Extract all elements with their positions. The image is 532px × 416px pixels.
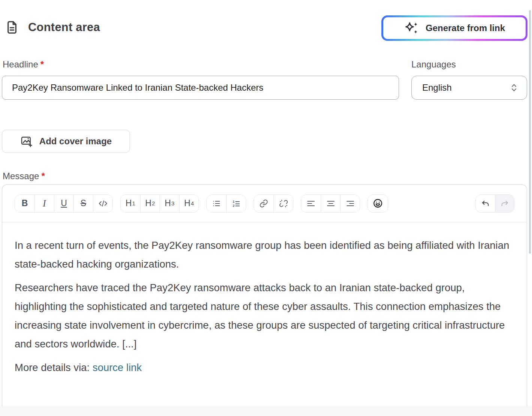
unlink-button[interactable] [273,195,293,212]
h1-label: H [126,198,132,208]
redo-icon [500,200,509,207]
h4-label: H [184,198,191,208]
underline-label: U [61,198,67,208]
heading-4-button[interactable]: H4 [179,195,199,212]
headline-label-text: Headline [3,59,38,69]
more-details-prefix: More details via: [15,362,93,373]
undo-icon [481,200,490,207]
h3-label: H [165,198,171,208]
align-left-button[interactable] [301,195,321,212]
message-required-mark: * [41,171,45,181]
bold-button[interactable]: B [15,195,34,212]
add-cover-image-button[interactable]: Add cover image [2,130,130,153]
emoji-group [368,195,388,212]
strikethrough-button[interactable]: S [73,195,93,212]
headline-input[interactable] [2,76,399,100]
history-group [475,195,514,212]
heading-1-button[interactable]: H1 [121,195,140,212]
align-right-button[interactable] [340,195,360,212]
message-editor: B I U S H1 H2 H3 H4 [2,184,527,407]
message-content[interactable]: In a recent turn of events, the Pay2Key … [2,222,527,377]
align-center-button[interactable] [321,195,340,212]
bullet-list-icon [212,199,221,208]
redo-button[interactable] [495,195,514,212]
ordered-list-button[interactable]: 1 2 [226,195,246,212]
languages-selected-value: English [412,82,510,93]
underline-button[interactable]: U [54,195,73,212]
list-group: 1 2 [206,195,246,212]
heading-2-button[interactable]: H2 [140,195,160,212]
footer-bar [0,407,532,416]
chevron-up-down-icon [510,83,519,93]
bold-label: B [22,198,28,208]
align-right-icon [346,200,355,207]
bullet-list-button[interactable] [207,195,226,212]
align-group [301,195,360,212]
align-center-icon [326,200,335,207]
italic-label: I [43,198,46,209]
message-paragraph: Researchers have traced the Pay2Key rans… [15,278,513,353]
code-button[interactable] [93,195,112,212]
generate-from-link-gradient-ring: Generate from link [381,15,528,41]
generate-from-link-label: Generate from link [426,23,505,33]
heading-3-button[interactable]: H3 [160,195,179,212]
svg-text:1: 1 [233,200,235,204]
content-area-page: Content area Generate from link Headline… [0,0,532,416]
h1-sub: 1 [132,200,135,207]
align-left-icon [306,200,315,207]
h4-sub: 4 [191,200,194,207]
h2-label: H [145,198,152,208]
emoji-smile-icon [373,198,383,208]
editor-toolbar: B I U S H1 H2 H3 H4 [2,185,527,222]
vertical-scrollbar-thumb[interactable] [529,10,531,254]
link-icon [259,199,268,208]
image-plus-icon [20,135,33,148]
languages-label: Languages [411,59,456,70]
document-icon [5,20,19,34]
italic-button[interactable]: I [34,195,54,212]
message-label: Message* [3,171,45,181]
code-icon [98,199,108,208]
emoji-button[interactable] [368,195,388,212]
page-title: Content area [28,21,100,34]
link-group [254,195,293,212]
generate-from-link-button[interactable]: Generate from link [383,17,526,39]
source-link[interactable]: source link [93,362,142,373]
sparkles-icon [404,21,420,35]
strikethrough-label: S [81,198,86,208]
ordered-list-icon: 1 2 [232,199,241,208]
undo-button[interactable] [476,195,495,212]
add-cover-image-label: Add cover image [39,136,112,147]
message-label-text: Message [3,171,39,181]
languages-select[interactable]: English [411,76,527,100]
svg-text:2: 2 [233,204,235,208]
h3-sub: 3 [171,200,174,207]
message-paragraph: In a recent turn of events, the Pay2Key … [15,236,513,274]
headline-label: Headline* [3,59,44,70]
heading-group: H1 H2 H3 H4 [120,195,199,212]
h2-sub: 2 [152,200,155,207]
text-style-group: B I U S [15,195,113,212]
link-button[interactable] [254,195,273,212]
unlink-icon [279,199,288,208]
headline-required-mark: * [40,59,44,69]
message-more-details-line: More details via: source link [15,358,513,377]
